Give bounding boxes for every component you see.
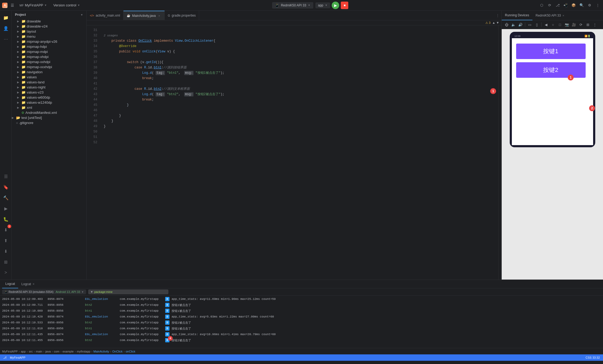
version-control-button[interactable]: Version control ▼ — [51, 2, 82, 8]
logcat-tab[interactable]: Logcat — [2, 280, 18, 288]
sidebar-item-drawable-v24[interactable]: ▶ 📁 drawable-v24 — [12, 24, 86, 29]
item-label: values-w600dp — [27, 95, 50, 99]
screenshot-btn[interactable]: 📷 — [564, 21, 570, 28]
folder-icon: 📁 — [21, 85, 26, 89]
sidebar-item-mipmap-mdpi[interactable]: ▶ 📁 mipmap-mdpi — [12, 49, 86, 54]
sidebar-item-mipmap-xxxhdpi[interactable]: ▶ 📁 mipmap-xxxhdpi — [12, 64, 86, 69]
sidebar-item-values-night[interactable]: ▶ 📁 values-night — [12, 85, 86, 90]
settings-icon[interactable]: ⚙ — [586, 2, 593, 9]
sidebar-item-drawable[interactable]: ▶ 📁 drawable — [12, 19, 86, 24]
sidebar-item-values-w600dp[interactable]: ▶ 📁 values-w600dp — [12, 95, 86, 100]
log-row: 2024-05-09 16:12:10.089 8956-8956 btn1 c… — [0, 308, 603, 314]
code-editor[interactable]: 31 32 33 34 35 36 37 38 39 40 41 42 43 4… — [87, 25, 501, 280]
power-btn[interactable]: ⏻ — [503, 21, 510, 28]
debug-icon[interactable]: 🐛 — [1, 214, 11, 224]
sidebar-item-navigation[interactable]: ▶ 📁 navigation — [12, 69, 86, 75]
git-icon[interactable]: ⎇ — [554, 2, 561, 9]
refresh-btn[interactable]: ⟳ — [578, 21, 584, 28]
crumb-src[interactable]: src — [29, 350, 33, 353]
tab-gradle[interactable]: G gradle.properties — [165, 11, 199, 20]
tab-activity-main[interactable]: </> activity_main.xml — [87, 11, 123, 20]
version-control-dropdown-icon[interactable]: ▼ — [77, 4, 80, 7]
device-selector[interactable]: 📱 RedmiK50 API 33 ▼ — [272, 2, 313, 9]
app-selector[interactable]: app ▼ — [315, 2, 330, 8]
version-control-label: Version control — [53, 3, 76, 7]
project-name-button[interactable]: MF MyFirstAPP ▼ — [17, 2, 49, 8]
crumb-java[interactable]: java — [45, 350, 51, 353]
structure-icon[interactable]: ☰ — [1, 172, 11, 181]
vol-up-btn[interactable]: 🔊 — [517, 21, 524, 28]
sidebar-item-values-v23[interactable]: ▶ 📁 values-v23 — [12, 90, 86, 95]
crumb-main[interactable]: main — [36, 350, 42, 353]
device-tab-close[interactable]: × — [562, 14, 564, 17]
logcat-tab2[interactable]: Logcat × — [18, 280, 38, 288]
stop-button[interactable]: ■ — [341, 2, 348, 9]
sidebar-item-test[interactable]: ▶ 📂 test [unitTest] — [12, 115, 86, 120]
profiler-icon[interactable]: ⬡ — [538, 2, 545, 9]
sidebar-item-values[interactable]: ▶ 📁 values — [12, 75, 86, 80]
sdk-manager-icon[interactable]: 📦 — [570, 2, 577, 9]
device-screen: 按键1 按键2 — [512, 38, 593, 145]
plugins-icon[interactable]: ⊞ — [1, 257, 11, 267]
bookmarks-icon[interactable]: 🔖 — [1, 182, 11, 192]
portrait-btn[interactable]: ▭ — [527, 21, 533, 28]
sidebar-item-gitignore[interactable]: ▶ ○ .gitignore — [12, 120, 86, 125]
project-dropdown-icon[interactable]: ▼ — [44, 4, 47, 7]
menu-icon[interactable]: ☰ — [10, 2, 15, 9]
crumb-onclick-method[interactable]: onClick — [126, 350, 135, 353]
warning-up-arrow[interactable]: ▲ — [492, 21, 495, 25]
panel-tab-device[interactable]: RedmiK50 API 33 × — [532, 11, 567, 20]
crumb-com[interactable]: com — [54, 350, 59, 353]
more-panel-btn[interactable]: ⋮ — [592, 21, 598, 28]
search-icon[interactable]: 🔍 — [578, 2, 585, 9]
build-icon[interactable]: 🔨 — [1, 193, 11, 203]
more-icon2[interactable]: > — [1, 268, 11, 277]
device-manager-icon[interactable]: 📲 — [562, 2, 569, 9]
panel-tab-running-devices[interactable]: Running Devices — [502, 11, 532, 20]
tab-close-mainactivity[interactable]: × — [157, 14, 161, 18]
sidebar-item-mipmap-xhdpi[interactable]: ▶ 📁 mipmap-xhdpi — [12, 54, 86, 59]
sidebar-item-mipmap-hdpi[interactable]: ▶ 📁 mipmap-hdpi — [12, 44, 86, 49]
crumb-myfirstapp[interactable]: MyFirstAPP — [2, 350, 18, 353]
more-tools-icon[interactable]: ⋯ — [1, 34, 11, 44]
warning-down-arrow[interactable]: ▼ — [496, 21, 499, 25]
tab-mainactivity[interactable]: ☕ MainActivity.java × — [123, 11, 164, 20]
sidebar-item-androidmanifest[interactable]: ▶ ⚙ AndroidManifest.xml — [12, 110, 86, 115]
crumb-onclick-class[interactable]: OnClick — [112, 350, 123, 353]
square-btn[interactable]: □ — [557, 21, 563, 28]
item-label: mipmap-xxhdpi — [27, 60, 50, 64]
device-select[interactable]: 📱 RedmiK50 API 33 (emulator-5554) Androi… — [2, 289, 86, 294]
crumb-app[interactable]: app — [21, 350, 26, 353]
tab-more-button[interactable]: ⋮ — [494, 14, 501, 17]
sidebar-item-xml[interactable]: ▶ 📁 xml — [12, 105, 86, 110]
grid-btn[interactable]: ⊞ — [585, 21, 591, 28]
sidebar-item-values-land[interactable]: ▶ 📁 values-land — [12, 80, 86, 85]
sidebar-item-values-w1240dp[interactable]: ▶ 📁 values-w1240dp — [12, 100, 86, 105]
sidebar-item-menu[interactable]: ▶ 📁 menu — [12, 34, 86, 39]
upload-icon[interactable]: ⬆ — [1, 236, 11, 245]
sidebar-item-layout[interactable]: ▶ 📁 layout — [12, 29, 86, 34]
crumb-mainactivity[interactable]: MainActivity — [94, 350, 109, 353]
logcat-close[interactable]: × — [33, 282, 34, 286]
vol-down-btn[interactable]: 🔈 — [510, 21, 517, 28]
down-icon[interactable]: ⬇ — [1, 246, 11, 256]
camera-btn[interactable]: 🎥 — [571, 21, 577, 28]
device-btn2[interactable]: 按键2 — [516, 62, 586, 78]
home-btn[interactable]: ○ — [550, 21, 556, 28]
crumb-myfirstapp2[interactable]: myfirstapp — [77, 350, 90, 353]
editor-scrollbar[interactable] — [498, 25, 501, 280]
arrow-icon: ▶ — [17, 20, 20, 23]
sidebar-item-mipmap-xxhdpi[interactable]: ▶ 📁 mipmap-xxhdpi — [12, 59, 86, 64]
crumb-example[interactable]: example — [63, 350, 74, 353]
project-view-icon[interactable]: 📁 — [1, 13, 11, 22]
sidebar-item-mipmap-anydpi[interactable]: ▶ 📁 mipmap-anydpi-v26 — [12, 39, 86, 44]
prev-btn[interactable]: ◀ — [543, 21, 549, 28]
device-btn1[interactable]: 按键1 — [516, 44, 586, 59]
find-icon[interactable]: 👤 — [1, 24, 11, 33]
landscape-btn[interactable]: ▯ — [534, 21, 540, 28]
more-icon[interactable]: ⋮ — [594, 2, 601, 9]
filter-box[interactable]: ▼ package:mine — [88, 289, 168, 294]
sync-icon[interactable]: ⟳ — [546, 2, 553, 9]
run-button[interactable]: ▶ — [332, 2, 339, 9]
run-icon[interactable]: ▶ — [1, 204, 11, 213]
